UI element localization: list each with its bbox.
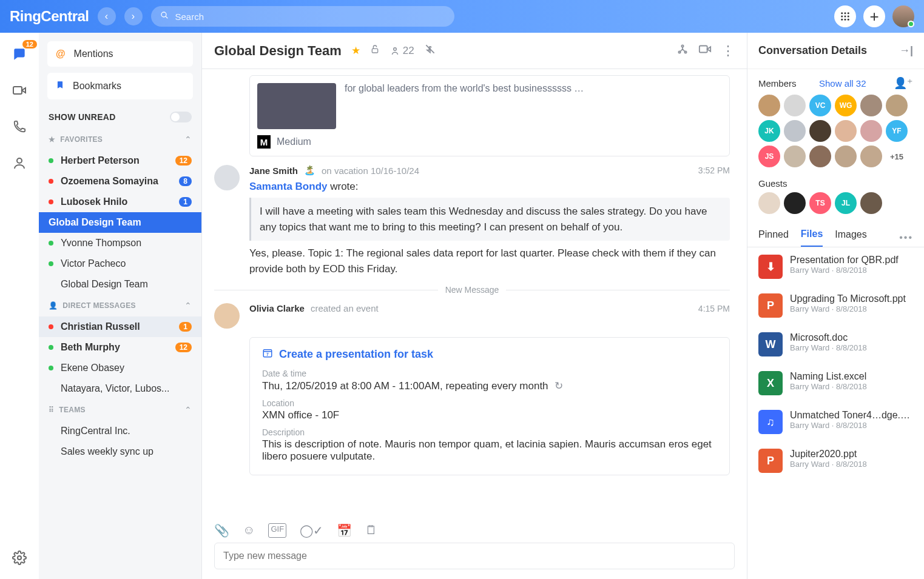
- emoji-icon[interactable]: ☺: [243, 523, 255, 538]
- member-avatar[interactable]: JS: [758, 146, 780, 167]
- collapse-favorites[interactable]: ⌃: [184, 135, 192, 144]
- more-icon[interactable]: ⋮: [721, 43, 735, 59]
- compose-input-wrap[interactable]: [214, 543, 735, 569]
- tab-more-icon[interactable]: •••: [899, 232, 913, 243]
- member-avatar[interactable]: [860, 146, 882, 167]
- sidebar-item[interactable]: Victor Pacheco: [39, 253, 201, 274]
- sidebar-item[interactable]: Global Design Team: [39, 274, 201, 295]
- member-avatar[interactable]: WG: [835, 95, 857, 116]
- author-avatar[interactable]: [214, 165, 240, 190]
- sidebar-item[interactable]: Herbert Peterson12: [39, 150, 201, 171]
- nav-contacts[interactable]: [9, 154, 30, 172]
- member-avatar[interactable]: [860, 192, 882, 214]
- favorite-star-icon[interactable]: ★: [351, 44, 360, 57]
- video-call-icon[interactable]: [698, 42, 712, 59]
- file-row[interactable]: ⬇Presentation for QBR.pdfBarry Ward · 8/…: [747, 247, 924, 286]
- nav-forward-button[interactable]: ›: [124, 7, 143, 25]
- sidebar-item[interactable]: Beth Murphy12: [39, 337, 201, 358]
- member-avatar[interactable]: VC: [809, 95, 831, 116]
- author-avatar[interactable]: [214, 303, 240, 329]
- member-avatar[interactable]: TS: [809, 192, 831, 214]
- members-count[interactable]: 22: [389, 45, 414, 57]
- sidebar-item-bookmarks[interactable]: Bookmarks: [47, 73, 193, 99]
- author-name[interactable]: Jane Smith: [249, 166, 298, 176]
- members-overflow[interactable]: +15: [886, 146, 908, 167]
- member-avatar[interactable]: [758, 95, 780, 116]
- task-icon[interactable]: ◯✓: [300, 523, 323, 538]
- author-name[interactable]: Olivia Clarke: [249, 303, 305, 313]
- member-avatar[interactable]: [860, 120, 882, 142]
- file-name: Microsoft.doc: [790, 332, 867, 343]
- message-item: Jane Smith 🏝️ on vacation 10/16-10/24 3:…: [214, 165, 730, 276]
- member-avatar[interactable]: [784, 192, 806, 214]
- presence-dot: [49, 158, 53, 163]
- note-icon[interactable]: 🗒: [365, 523, 377, 538]
- sidebar-item[interactable]: Christian Russell1: [39, 316, 201, 337]
- event-icon[interactable]: 📅: [337, 523, 352, 538]
- sidebar-item[interactable]: RingCentral Inc.: [39, 421, 201, 441]
- tab-files[interactable]: Files: [801, 229, 823, 247]
- file-row[interactable]: WMicrosoft.docBarry Ward · 8/8/2018: [747, 325, 924, 364]
- sidebar-item[interactable]: Lubosek Hnilo1: [39, 192, 201, 212]
- file-row[interactable]: PJupiter2020.pptBarry Ward · 8/8/2018: [747, 441, 924, 480]
- mute-icon[interactable]: [424, 43, 436, 58]
- sidebar-item-mentions[interactable]: @ Mentions: [47, 41, 193, 67]
- nav-chat[interactable]: 12: [9, 45, 30, 63]
- file-type-icon: P: [758, 449, 783, 473]
- collapse-panel-icon[interactable]: →|: [899, 44, 913, 57]
- integration-icon[interactable]: [676, 43, 689, 58]
- member-avatar[interactable]: JL: [835, 192, 857, 214]
- unread-badge: 1: [179, 197, 192, 207]
- nav-settings[interactable]: [9, 549, 30, 567]
- sidebar-item-label: Mentions: [74, 49, 113, 59]
- show-all-members-link[interactable]: Show all 32: [819, 78, 866, 89]
- member-avatar[interactable]: [758, 192, 780, 214]
- link-preview-card[interactable]: for global leaders from the world's best…: [249, 75, 730, 156]
- show-unread-toggle[interactable]: [170, 112, 192, 122]
- attach-icon[interactable]: 📎: [214, 523, 229, 538]
- dialpad-button[interactable]: [834, 5, 856, 27]
- nav-phone[interactable]: [9, 118, 30, 136]
- svg-point-10: [848, 19, 849, 21]
- member-avatar[interactable]: JK: [758, 120, 780, 142]
- new-message-divider: New Message: [214, 285, 730, 295]
- sidebar-item[interactable]: Global Design Team: [39, 212, 201, 233]
- event-card[interactable]: 7 Create a presentation for task Date & …: [249, 337, 730, 475]
- sidebar-item[interactable]: Ekene Obasey: [39, 358, 201, 378]
- sidebar-item[interactable]: Ozoemena Somayina8: [39, 171, 201, 192]
- member-avatar[interactable]: [784, 146, 806, 167]
- event-title-text: Create a presentation for task: [279, 348, 433, 361]
- new-action-button[interactable]: +: [863, 5, 885, 27]
- add-member-icon[interactable]: 👤⁺: [894, 76, 913, 90]
- nav-video[interactable]: [9, 81, 30, 99]
- file-row[interactable]: PUpgrading To Microsoft.pptBarry Ward · …: [747, 286, 924, 325]
- collapse-teams[interactable]: ⌃: [184, 405, 192, 415]
- compose-input[interactable]: [223, 551, 726, 561]
- bookmark-icon: [56, 80, 64, 92]
- member-avatar[interactable]: [809, 120, 831, 142]
- member-avatar[interactable]: [835, 120, 857, 142]
- profile-avatar[interactable]: [892, 5, 914, 27]
- search-input[interactable]: [175, 12, 446, 22]
- nav-back-button[interactable]: ‹: [98, 7, 116, 25]
- file-type-icon: ♫: [758, 410, 783, 434]
- member-avatar[interactable]: YF: [886, 120, 908, 142]
- file-row[interactable]: ♫Unmatched Toner4…dge.mp4Barry Ward · 8/…: [747, 403, 924, 441]
- member-avatar[interactable]: [784, 120, 806, 142]
- sidebar-item[interactable]: Natayara, Victor, Lubos...: [39, 378, 201, 399]
- member-avatar[interactable]: [809, 146, 831, 167]
- sidebar-item[interactable]: Yvonne Thompson: [39, 233, 201, 253]
- tab-images[interactable]: Images: [835, 229, 866, 246]
- member-avatar[interactable]: [886, 95, 908, 116]
- member-avatar[interactable]: [835, 146, 857, 167]
- member-avatar[interactable]: [784, 95, 806, 116]
- tab-pinned[interactable]: Pinned: [758, 229, 789, 246]
- gif-icon[interactable]: GIF: [268, 523, 286, 538]
- file-row[interactable]: XNaming List.excelBarry Ward · 8/8/2018: [747, 364, 924, 403]
- collapse-dms[interactable]: ⌃: [184, 301, 192, 310]
- lock-icon[interactable]: [370, 43, 380, 58]
- presence-dot: [49, 324, 53, 329]
- member-avatar[interactable]: [860, 95, 882, 116]
- search-wrap[interactable]: [151, 6, 454, 27]
- sidebar-item[interactable]: Sales weekly sync up: [39, 441, 201, 462]
